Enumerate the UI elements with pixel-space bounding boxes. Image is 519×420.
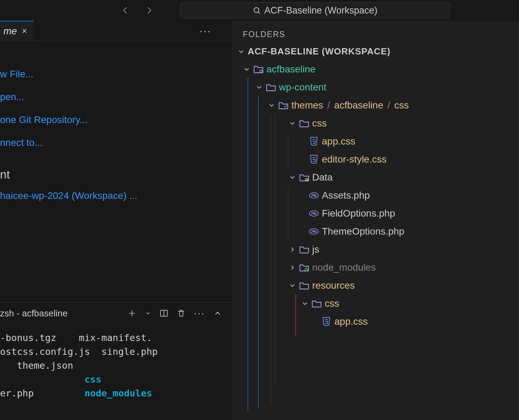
chevron-right-icon — [289, 264, 296, 271]
file-fieldoptions-php[interactable]: FieldOptions.php — [309, 204, 519, 222]
welcome-clone-git-link[interactable]: one Git Repository... — [0, 114, 232, 125]
nav-arrows — [120, 4, 155, 17]
welcome-open-link[interactable]: pen... — [0, 91, 232, 103]
folders-section-title: FOLDERS — [232, 21, 519, 44]
search-icon — [253, 6, 261, 15]
titlebar: ACF-Baseline (Workspace) — [0, 0, 519, 21]
folder-resources[interactable]: resources — [289, 277, 519, 295]
welcome-new-file-link[interactable]: w File... — [0, 69, 232, 80]
css-file-icon — [321, 316, 332, 327]
file-label: Assets.php — [322, 190, 370, 201]
chevron-down-icon — [289, 282, 296, 289]
folder-resources-css[interactable]: css — [301, 295, 519, 313]
folder-data[interactable]: Data — [289, 168, 519, 186]
svg-point-0 — [254, 8, 259, 12]
welcome-connect-link[interactable]: nnect to... — [0, 137, 232, 148]
folder-open-icon — [299, 280, 309, 291]
folder-wp-content[interactable]: wp-content — [255, 78, 519, 96]
terminal-panel: zsh - acfbaseline — [0, 302, 232, 420]
folder-label: Data — [312, 172, 333, 183]
svg-point-2 — [260, 70, 263, 73]
folder-node-icon — [299, 262, 309, 273]
file-resources-app-css[interactable]: app.css — [321, 313, 519, 331]
nav-forward-button[interactable] — [142, 4, 155, 17]
folder-js[interactable]: js — [289, 240, 519, 259]
file-label: ThemeOptions.php — [322, 226, 404, 237]
folder-label: acfbaseline — [266, 64, 316, 75]
terminal-body[interactable]: -bonus.tgz mix-manifest.ostcss.config.js… — [0, 324, 232, 400]
tab-close-button[interactable]: × — [22, 26, 27, 36]
recent-heading: nt — [0, 168, 232, 181]
folders-sidebar: FOLDERS ACF-BASELINE (WORKSPACE) acfbase… — [232, 21, 519, 420]
terminal-split-button[interactable] — [159, 309, 168, 318]
editor-pane: me × ··· w File... pen... one Git Reposi… — [0, 21, 232, 420]
chevron-down-icon — [237, 48, 245, 55]
chevron-right-icon — [289, 246, 296, 253]
recent-workspace-link[interactable]: haicee-wp-2024 (Workspace) ... — [0, 190, 232, 201]
welcome-screen: w File... pen... one Git Repository... n… — [0, 41, 232, 201]
folder-theme-icon — [278, 100, 289, 111]
php-file-icon — [309, 226, 319, 237]
php-file-icon — [309, 190, 319, 201]
command-center[interactable]: ACF-Baseline (Workspace) — [180, 2, 450, 18]
php-file-icon — [309, 208, 319, 219]
chevron-down-icon — [289, 120, 296, 127]
terminal-kill-button[interactable] — [177, 309, 186, 318]
folder-css-icon — [311, 298, 322, 309]
command-center-text: ACF-Baseline (Workspace) — [264, 5, 378, 16]
folder-css[interactable]: css — [289, 114, 519, 132]
terminal-header: zsh - acfbaseline — [0, 303, 232, 324]
folder-icon — [299, 244, 309, 255]
svg-point-3 — [306, 179, 308, 181]
chevron-down-icon — [301, 300, 309, 307]
tab-label: me — [3, 26, 17, 37]
file-assets-php[interactable]: Assets.php — [309, 186, 519, 204]
file-label: app.css — [334, 316, 368, 327]
workspace-header[interactable]: ACF-BASELINE (WORKSPACE) — [232, 44, 519, 60]
chevron-down-icon — [268, 102, 275, 109]
folder-acfbaseline[interactable]: acfbaseline — [243, 60, 519, 78]
file-themeoptions-php[interactable]: ThemeOptions.php — [309, 222, 519, 240]
folder-open-icon — [266, 82, 276, 93]
file-label: FieldOptions.php — [322, 208, 395, 219]
terminal-title[interactable]: zsh - acfbaseline — [0, 308, 68, 319]
chevron-down-icon — [289, 174, 296, 181]
folder-label: node_modules — [312, 262, 376, 273]
workspace-name: ACF-BASELINE (WORKSPACE) — [248, 46, 390, 57]
nav-back-button[interactable] — [120, 4, 132, 17]
folder-root-icon — [253, 64, 264, 75]
file-editor-style-css[interactable]: editor-style.css — [309, 150, 519, 168]
folder-label: resources — [312, 280, 355, 291]
svg-point-6 — [309, 229, 318, 234]
terminal-new-button[interactable] — [127, 309, 137, 318]
folder-data-icon — [299, 172, 309, 183]
chevron-down-icon — [243, 65, 250, 73]
tab-welcome[interactable]: me × — [0, 21, 34, 41]
folder-label: themes — [291, 100, 323, 111]
chevron-down-icon — [255, 84, 263, 91]
svg-point-5 — [309, 211, 318, 216]
folder-node-modules[interactable]: node_modules — [289, 259, 519, 277]
folder-css-icon — [299, 118, 309, 129]
terminal-maximize-button[interactable] — [213, 309, 222, 317]
folder-label: wp-content — [279, 82, 326, 93]
svg-point-4 — [309, 193, 318, 198]
file-label: editor-style.css — [322, 154, 387, 165]
folder-label: css — [312, 118, 327, 129]
file-label: app.css — [322, 136, 355, 147]
file-app-css[interactable]: app.css — [309, 132, 519, 150]
folder-label: js — [312, 244, 319, 255]
css-file-icon — [309, 154, 319, 165]
css-file-icon — [309, 136, 319, 147]
terminal-more-button[interactable]: ··· — [194, 308, 205, 319]
tab-overflow-button[interactable]: ··· — [200, 25, 211, 37]
terminal-dropdown-button[interactable] — [145, 310, 151, 316]
folder-label: css — [325, 298, 339, 309]
folder-themes-path[interactable]: themes/acfbaseline/css — [268, 96, 519, 114]
tab-bar: me × ··· — [0, 21, 232, 41]
